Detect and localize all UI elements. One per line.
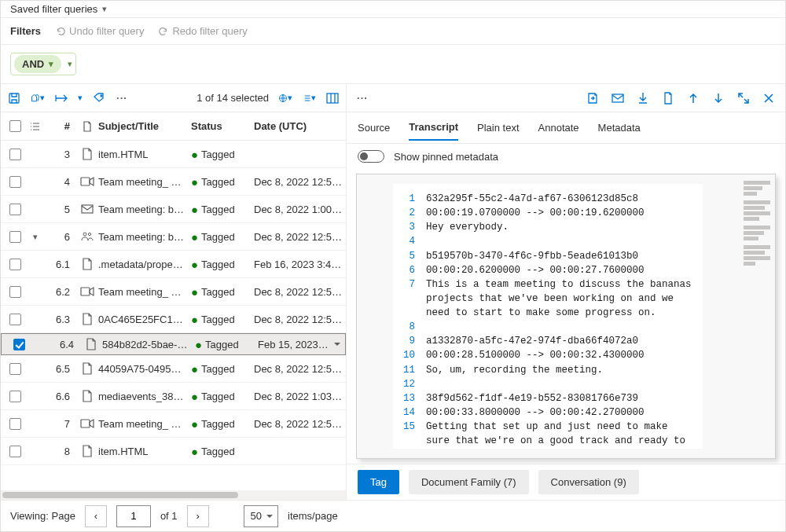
row-date: Dec 8, 2022 1:00:00... xyxy=(254,204,343,215)
horizontal-scrollbar[interactable] xyxy=(1,490,346,500)
row-type-icon xyxy=(80,338,102,350)
tag-button[interactable]: Tag xyxy=(358,470,399,494)
list-icon[interactable]: ▾ xyxy=(302,91,316,105)
preview-tabs: Source Transcript Plain text Annotate Me… xyxy=(347,112,785,144)
page-input[interactable] xyxy=(116,505,151,527)
transcript-document: 1632a295f-55c2-4a7d-af67-6306123d85c8200… xyxy=(356,174,776,459)
group-icon[interactable] xyxy=(26,122,45,131)
redo-filter-button[interactable]: Redo filter query xyxy=(158,25,247,37)
select-all-checkbox[interactable] xyxy=(9,120,21,132)
chevron-down-icon: ▾ xyxy=(102,4,107,14)
prev-page-button[interactable]: ‹ xyxy=(85,505,107,527)
expand-toggle[interactable]: ▾ xyxy=(26,232,45,242)
tab-metadata[interactable]: Metadata xyxy=(598,116,641,140)
table-row[interactable]: 6.6mediaevents_3802-...●TaggedDec 8, 202… xyxy=(1,383,346,410)
row-checkbox[interactable] xyxy=(9,391,21,402)
boolean-operator-control[interactable]: AND ▾ ▾ xyxy=(10,53,76,75)
col-status[interactable]: Status xyxy=(191,120,254,132)
next-page-button[interactable]: › xyxy=(187,505,209,527)
row-status: ●Tagged xyxy=(191,176,254,188)
col-date[interactable]: Date (UTC) xyxy=(254,120,343,132)
tag-clear-icon[interactable] xyxy=(92,91,106,105)
chevron-down-icon[interactable]: ▾ xyxy=(78,93,83,103)
columns-icon[interactable] xyxy=(325,91,340,105)
export-icon[interactable] xyxy=(586,91,600,105)
more-icon[interactable]: ··· xyxy=(356,92,369,104)
globe-icon[interactable]: ▾ xyxy=(278,91,292,105)
more-icon[interactable]: ··· xyxy=(116,92,128,104)
table-row[interactable]: 5Team meeting: ban...●TaggedDec 8, 2022 … xyxy=(1,196,346,223)
table-row[interactable]: 8item.HTML●Tagged xyxy=(1,438,346,465)
transcript-line: 1632a295f-55c2-4a7d-af67-6306123d85c8 xyxy=(402,192,693,206)
table-row[interactable]: 3item.HTML●Tagged xyxy=(1,141,346,168)
arrow-right-icon[interactable] xyxy=(54,91,68,105)
transcript-line: 8 xyxy=(402,320,693,334)
row-type-icon xyxy=(76,445,98,457)
tag-group-icon[interactable]: ▾ xyxy=(31,91,45,105)
close-icon[interactable] xyxy=(762,91,776,105)
row-checkbox[interactable] xyxy=(13,339,25,350)
expand-icon[interactable] xyxy=(736,91,751,105)
table-row[interactable]: 6.1.metadata/properti...●TaggedFeb 16, 2… xyxy=(1,251,346,278)
table-row[interactable]: 6.544059A75-0495E62...●TaggedDec 8, 2022… xyxy=(1,355,346,383)
row-subject: .metadata/properti... xyxy=(98,259,191,270)
tab-annotate[interactable]: Annotate xyxy=(538,116,579,140)
undo-icon xyxy=(55,26,66,37)
row-checkbox[interactable] xyxy=(9,363,21,375)
svg-rect-0 xyxy=(9,94,19,103)
mail-icon[interactable] xyxy=(611,91,625,105)
items-per-page-select[interactable]: 50 xyxy=(244,505,278,527)
transcript-line: 15Getting that set up and just need to m… xyxy=(402,420,693,449)
row-checkbox[interactable] xyxy=(9,231,21,243)
row-type-icon xyxy=(76,176,98,187)
col-subject[interactable]: Subject/Title xyxy=(98,120,191,132)
minimap[interactable] xyxy=(739,174,775,458)
transcript-line: 4 xyxy=(402,234,693,248)
save-icon[interactable] xyxy=(7,91,21,105)
row-date: Feb 16, 2023 3:49:5... xyxy=(254,259,343,270)
table-row[interactable]: 6.4584b82d2-5bae-4f...●TaggedFeb 15, 202… xyxy=(1,333,346,355)
transcript-line: 5b519570b-3470-4f6c-9fbb-5eade61013b0 xyxy=(402,249,693,263)
row-status: ●Tagged xyxy=(191,204,254,215)
undo-filter-button[interactable]: Undo filter query xyxy=(55,25,144,37)
row-checkbox[interactable] xyxy=(9,286,21,298)
col-number[interactable]: # xyxy=(45,120,76,132)
row-type-icon xyxy=(76,362,98,375)
table-row[interactable]: 6.2Team meeting_ ban...●TaggedDec 8, 202… xyxy=(1,278,346,306)
filters-label: Filters xyxy=(10,25,41,37)
table-row[interactable]: 6.30AC465E25FC146E...●TaggedDec 8, 2022 … xyxy=(1,306,346,333)
show-pinned-metadata-toggle[interactable] xyxy=(358,150,384,163)
svg-point-7 xyxy=(88,233,90,235)
arrow-up-icon[interactable] xyxy=(686,91,700,105)
transcript-line: 7This is a team meeting to discuss the b… xyxy=(402,277,693,320)
tab-source[interactable]: Source xyxy=(358,116,390,140)
row-checkbox[interactable] xyxy=(9,149,21,160)
row-checkbox[interactable] xyxy=(9,446,21,457)
col-type-icon[interactable] xyxy=(76,121,98,132)
tab-transcript[interactable]: Transcript xyxy=(409,115,458,141)
row-checkbox[interactable] xyxy=(9,314,21,325)
row-status: ●Tagged xyxy=(191,418,254,430)
row-status: ●Tagged xyxy=(191,231,254,243)
row-type-icon xyxy=(76,258,98,270)
saved-filter-queries-dropdown[interactable]: Saved filter queries ▾ xyxy=(10,3,107,15)
download-icon[interactable] xyxy=(636,91,650,105)
row-number: 6.2 xyxy=(45,286,76,298)
row-checkbox[interactable] xyxy=(9,204,21,215)
row-status: ●Tagged xyxy=(191,314,254,325)
boolean-operator-label: AND xyxy=(22,58,44,70)
row-status: ●Tagged xyxy=(191,259,254,270)
conversation-button[interactable]: Conversation (9) xyxy=(538,470,639,494)
row-checkbox[interactable] xyxy=(9,418,21,430)
table-row[interactable]: 4Team meeting_ ban...●TaggedDec 8, 2022 … xyxy=(1,168,346,196)
row-checkbox[interactable] xyxy=(9,176,21,188)
tab-plain-text[interactable]: Plain text xyxy=(477,116,519,140)
document-family-button[interactable]: Document Family (7) xyxy=(409,470,529,494)
row-checkbox[interactable] xyxy=(9,259,21,270)
table-row[interactable]: ▾6Team meeting: ban...●TaggedDec 8, 2022… xyxy=(1,223,346,251)
arrow-down-icon[interactable] xyxy=(711,91,725,105)
transcript-line: 12 xyxy=(402,377,693,391)
document-icon[interactable] xyxy=(661,91,675,105)
row-status: ●Tagged xyxy=(195,339,258,350)
table-row[interactable]: 7Team meeting_ ban...●TaggedDec 8, 2022 … xyxy=(1,410,346,438)
